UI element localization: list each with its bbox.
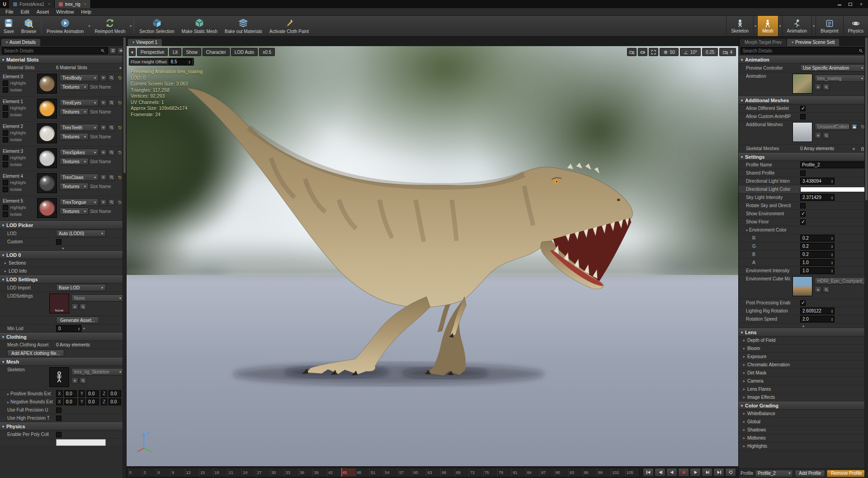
textures-dropdown[interactable]: Textures▾ [60,83,89,90]
timeline-frame[interactable]: 66 [440,468,454,477]
material-dropdown[interactable]: TrexBody▾ [60,74,99,81]
timeline-frame[interactable]: 24 [241,468,255,477]
settings-advanced-expander[interactable]: ▴ [739,323,868,328]
timeline-frame[interactable]: 36 [298,468,312,477]
timeline-frame[interactable]: 15 [199,468,213,477]
scale-snap-button[interactable]: 0.25 [702,48,718,56]
menu-help[interactable]: Help [77,9,95,15]
use-selected-icon[interactable] [100,199,107,206]
section-lod-settings[interactable]: ▾LOD Settings [0,275,126,284]
timeline-frame[interactable]: 51 [369,468,383,477]
isolate-checkbox[interactable] [3,87,8,93]
isolate-checkbox[interactable] [3,187,8,192]
enable-per-poly-checkbox[interactable] [56,432,61,437]
play-button[interactable] [690,468,701,477]
profile-name-input[interactable]: Profile_2 [800,161,866,168]
menu-window[interactable]: Window [52,9,77,15]
browse-to-asset-icon[interactable] [823,286,830,293]
expandable-row[interactable]: ▸Bloom [739,345,868,353]
env-color-b-input[interactable]: 0.2▲▼ [800,251,835,258]
timeline-frame[interactable]: 3 [142,468,156,477]
allow-different-skeleton-checkbox[interactable] [800,106,806,111]
expand-arrow-icon[interactable]: ▸ [743,371,745,375]
section-mesh[interactable]: ▾Mesh [0,358,126,366]
expand-arrow-icon[interactable]: ▸ [743,428,745,432]
pos-bounds-x[interactable]: 0.0 [64,390,77,397]
min-lod-caret[interactable]: ▾ [83,327,85,331]
browse-to-asset-icon[interactable] [108,75,115,81]
env-color-a-input[interactable]: 1.0▲▼ [800,259,835,266]
expand-arrow-icon[interactable]: ▸ [743,379,745,383]
expand-arrow-icon[interactable]: ▸ [743,395,745,399]
environment-intensity-input[interactable]: 1.0▲▼ [800,267,835,274]
gamepad-icon[interactable] [638,48,647,56]
record-button[interactable] [678,468,689,477]
browse-to-asset-icon[interactable] [108,124,115,131]
rotation-snap-button[interactable]: 10° [680,48,701,56]
tab-morph-target-preview[interactable]: Morph Target Prev [740,39,786,46]
browse-to-asset-icon[interactable] [80,303,86,310]
expand-arrow-icon[interactable]: ▸ [5,261,6,265]
expand-arrow-icon[interactable]: ▸ [743,387,745,391]
section-material-slots[interactable]: ▾Material Slots [0,56,126,64]
timeline-frame[interactable]: 75 [483,468,497,477]
timeline-frame[interactable]: 42 [327,468,341,477]
expandable-row[interactable]: ▸Exposure [739,353,868,361]
floor-height-offset-input[interactable]: 8.5▲▼ [169,59,192,65]
timeline-frame[interactable]: 12 [185,468,199,477]
use-full-precision-checkbox[interactable] [56,407,61,413]
preview-controller-dropdown[interactable]: Use Specific Animation▾ [800,64,866,71]
viewport[interactable]: ▾ Perspective Lit Show Character LOD Aut… [127,46,738,466]
animation-thumbnail[interactable] [793,74,812,94]
timeline-frame[interactable]: 18 [213,468,227,477]
textures-dropdown[interactable]: Textures▾ [60,183,89,190]
directional-light-intensity-input[interactable]: 3.438094▲▼ [800,178,835,185]
viewport-options-caret[interactable]: ▾ [129,48,136,56]
environment-cubemap-dropdown[interactable]: HDRI_Epic_Courtyard_Dayli▾ [815,277,866,284]
lod-dropdown[interactable]: Auto (LOD0)▾ [56,230,106,237]
mode-tab-mesh[interactable]: Mesh [757,16,778,36]
expand-arrow-icon[interactable]: ▸ [743,338,745,342]
search-input[interactable] [743,48,855,53]
timeline-frame[interactable]: 48 [355,468,369,477]
save-collection-icon[interactable] [851,123,858,130]
reset-to-default-icon[interactable] [116,124,123,131]
asset-details-scroll[interactable]: ▾Material Slots Material Slots 6 Materia… [0,56,126,478]
material-thumbnail[interactable] [37,173,57,193]
preview-animation-dropdown-caret[interactable]: ▾ [87,16,91,36]
section-lens[interactable]: ▾Lens [739,328,868,336]
lod-import-dropdown[interactable]: Base LOD▾ [56,284,106,291]
doc-tab-trex-rig[interactable]: trex_rig × [55,0,91,8]
grid-snap-button[interactable]: 50 [660,48,679,56]
highlight-checkbox[interactable] [3,105,8,111]
material-dropdown[interactable]: TrexSpikes▾ [60,149,99,156]
camera-speed-button[interactable]: 4 [719,48,736,56]
neg-bounds-y[interactable]: 0.0 [86,398,99,405]
animation-asset-dropdown[interactable]: trex_roaring▾ [815,75,866,82]
min-lod-input[interactable]: 0▲▼ [56,325,81,332]
section-animation[interactable]: ▾Animation [739,56,868,64]
reset-to-default-icon[interactable] [116,99,123,106]
section-lod-picker[interactable]: ▾LOD Picker [0,221,126,229]
view-list-icon[interactable] [109,47,116,54]
use-selected-icon[interactable] [71,303,78,310]
maximize-button[interactable] [845,1,855,7]
timeline-frame[interactable]: 0 [128,468,142,477]
material-thumbnail[interactable] [37,99,57,118]
profile-dropdown[interactable]: Profile_2▾ [755,470,793,477]
pos-bounds-y[interactable]: 0.0 [86,390,99,397]
timeline-frame[interactable]: 84 [526,468,540,477]
timeline-frame[interactable]: 27 [256,468,270,477]
play-reverse-button[interactable] [666,468,677,477]
timeline-ruler[interactable]: 0369121518212427303336394245485154576063… [127,468,640,477]
expandable-row[interactable]: ▸Midtones [739,434,868,442]
to-front-button[interactable] [643,468,654,477]
loop-button[interactable] [725,468,736,477]
tab-preview-scene-settings[interactable]: ▾Preview Scene Sett [787,39,839,46]
mode-tab-blueprint[interactable]: Blueprint [816,16,843,36]
maximize-viewport-icon[interactable] [649,48,658,56]
generate-asset-button[interactable]: Generate Asset... [56,317,99,324]
show-button[interactable]: Show [183,48,201,56]
section-selection-button[interactable]: Section Selection [136,16,178,36]
title-bar-drag-area[interactable] [91,0,835,8]
